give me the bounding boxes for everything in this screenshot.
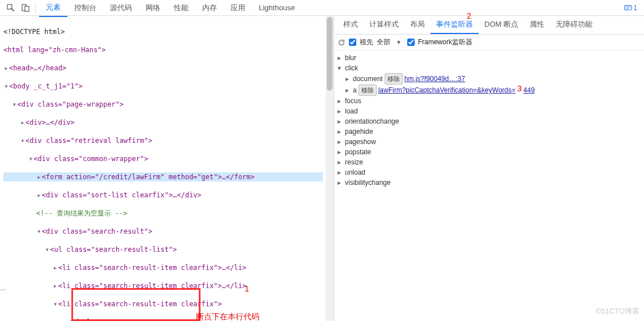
sub-tab-dom-breakpoints[interactable]: DOM 断点 [479, 16, 524, 34]
tab-sources[interactable]: 源代码 [103, 0, 139, 16]
event-focus[interactable]: focus [345, 96, 361, 106]
sub-tab-styles[interactable]: 样式 [338, 16, 364, 34]
event-blur[interactable]: blur [345, 53, 356, 63]
sub-tab-accessibility[interactable]: 无障碍功能 [550, 16, 598, 34]
tab-performance[interactable]: 性能 [167, 0, 195, 16]
body-node[interactable]: <body _c_t_j1="1"> [9, 82, 83, 90]
annotation-1: 1 [245, 284, 249, 293]
event-visibilitychange[interactable]: visibilitychange [345, 178, 391, 188]
annotation-breakpoint: 断点下在本行代码 [196, 312, 259, 321]
sub-tab-layout[interactable]: 布局 [404, 16, 430, 34]
event-popstate[interactable]: popstate [345, 147, 371, 157]
event-unload[interactable]: unload [345, 167, 365, 178]
messages-count: 1 [633, 4, 637, 12]
scrollbar[interactable] [326, 16, 334, 321]
scrollbar-thumb[interactable] [327, 17, 332, 91]
framework-label: Framework监听器 [418, 37, 472, 47]
tab-console[interactable]: 控制台 [67, 0, 103, 16]
remove-button-1[interactable]: 移除 [385, 73, 403, 85]
sub-tab-properties[interactable]: 属性 [524, 16, 550, 34]
retrieval-node[interactable]: <div class="retrieval lawfirm"> [25, 137, 152, 145]
form-node[interactable]: <form action="/credit/lawFirm" method="g… [42, 173, 255, 181]
event-pageshow[interactable]: pageshow [345, 137, 376, 147]
click-document[interactable]: document [353, 74, 383, 84]
before-pseudo: ::before [69, 318, 102, 321]
dom-tree[interactable]: <!DOCTYPE html> <html lang="zh-cmn-Hans"… [0, 16, 326, 321]
html-open[interactable]: <html lang="zh-cmn-Hans"> [3, 46, 106, 54]
li-1[interactable]: <li class="search-result-item clearfix">… [58, 264, 246, 272]
a-link[interactable]: lawFirm?picCaptchaVerification=&keyWords… [378, 85, 516, 95]
ancestors-checkbox[interactable] [349, 39, 356, 46]
sub-tab-listeners[interactable]: 事件监听器 2 [430, 16, 479, 34]
refresh-icon[interactable] [338, 39, 346, 47]
doctype-node: <!DOCTYPE html> [3, 28, 65, 36]
sub-tab-listeners-label: 事件监听器 [436, 20, 473, 28]
event-click[interactable]: click [345, 63, 358, 73]
sub-tab-computed[interactable]: 计算样式 [364, 16, 404, 34]
head-node[interactable]: <head>…</head> [9, 64, 66, 72]
a-link-suffix[interactable]: 449 [523, 85, 535, 95]
event-orientationchange[interactable]: orientationchange [345, 116, 399, 126]
ul-node[interactable]: <ul class="search-result-list"> [50, 246, 177, 254]
framework-checkbox[interactable] [407, 39, 415, 46]
event-load[interactable]: load [345, 106, 358, 116]
annotation-3: 3 [517, 83, 522, 94]
watermark: ©51CTO博客 [596, 306, 639, 316]
event-list: ▸blur ▾click ▸document 移除 hm.js?f90049d…… [334, 50, 644, 190]
remove-button-2[interactable]: 移除 [359, 85, 377, 96]
tab-network[interactable]: 网络 [139, 0, 167, 16]
page-wrapper-node[interactable]: <div class="page-wrapper"> [17, 100, 123, 108]
doc-link[interactable]: hm.js?f90049d…:37 [404, 74, 465, 84]
divider [35, 3, 36, 13]
svg-rect-3 [625, 5, 632, 10]
div-collapsed-1[interactable]: <div>…</div> [25, 119, 75, 126]
common-wrapper-node[interactable]: <div class="common-wrapper"> [33, 155, 148, 163]
messages-badge[interactable]: 1 [624, 4, 641, 12]
tab-application[interactable]: 应用 [224, 0, 252, 16]
event-pagehide[interactable]: pagehide [345, 126, 373, 137]
tab-lighthouse[interactable]: Lighthouse [252, 0, 302, 15]
li-2[interactable]: <li class="search-result-item clearfix">… [58, 282, 246, 290]
ancestors-label: 祖先 [360, 37, 373, 47]
gutter-ellipsis: ⋯ [0, 286, 6, 294]
event-resize[interactable]: resize [345, 157, 363, 167]
tab-elements[interactable]: 元素 [39, 0, 67, 17]
click-a[interactable]: a [353, 85, 357, 95]
sort-list-node[interactable]: <div class="sort-list clearfix">…</div> [42, 191, 202, 199]
dropdown-arrow-icon[interactable]: ▼ [394, 39, 404, 45]
svg-rect-2 [25, 6, 29, 11]
comment-node: <!-- 查询结果为空显示 --> [36, 209, 127, 217]
all-label[interactable]: 全部 [377, 37, 390, 47]
device-icon[interactable] [18, 1, 33, 15]
inspect-icon[interactable] [3, 1, 18, 15]
li-3[interactable]: <li class="search-result-item clearfix"> [58, 300, 222, 308]
annotation-2: 2 [467, 11, 471, 20]
tab-memory[interactable]: 内存 [195, 0, 224, 16]
search-result-node[interactable]: <div class="search-result"> [42, 227, 152, 235]
